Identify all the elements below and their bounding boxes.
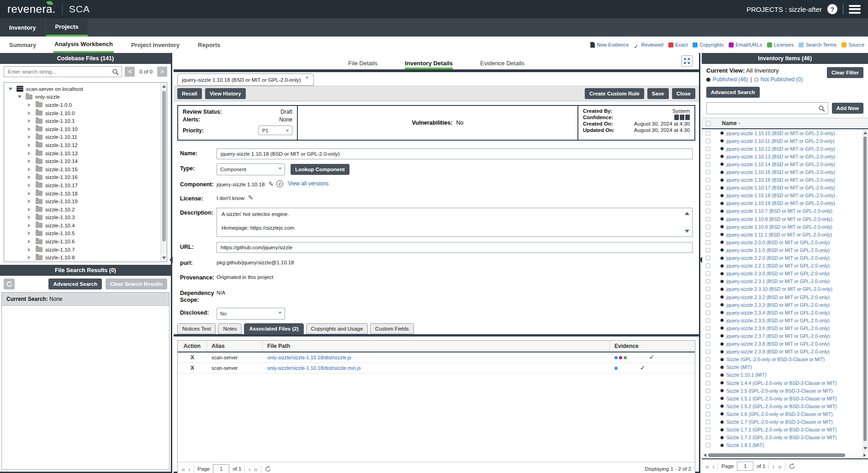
tree-node-folder[interactable]: sizzle-1.0.0 xyxy=(6,101,159,109)
row-checkbox[interactable] xyxy=(706,357,710,362)
list-item[interactable]: jquery-sizzle 2.3.4 (BSD or MIT or GPL-2… xyxy=(702,309,862,316)
list-item[interactable]: jquery-sizzle 1.10.11 (BSD or MIT or GPL… xyxy=(702,137,862,145)
column-file-path[interactable]: File Path xyxy=(263,341,610,352)
row-checkbox[interactable] xyxy=(706,373,710,377)
sort-asc-icon[interactable]: ↑ xyxy=(738,121,741,126)
row-checkbox[interactable] xyxy=(706,295,710,300)
next-page-icon[interactable]: › xyxy=(772,463,774,470)
row-checkbox[interactable] xyxy=(706,131,710,136)
row-checkbox[interactable] xyxy=(706,139,710,143)
row-checkbox[interactable] xyxy=(706,342,710,346)
inventory-item-link[interactable]: jquery-sizzle 2.2.1 (BSD or MIT or GPL-2… xyxy=(726,263,830,268)
expand-arrow-icon[interactable] xyxy=(28,248,33,252)
list-item[interactable]: jquery-sizzle 1.10.18 (BSD or MIT or GPL… xyxy=(702,192,862,200)
page-input[interactable] xyxy=(737,462,753,471)
edit-license-icon[interactable]: ✎ xyxy=(248,194,254,201)
tab-custom-fields[interactable]: Custom Fields xyxy=(370,323,414,334)
row-checkbox[interactable] xyxy=(706,201,710,205)
list-item[interactable]: jquery-sizzle 2.1.0 (BSD or MIT or GPL-2… xyxy=(702,246,862,254)
scroll-up-icon[interactable] xyxy=(162,85,166,88)
expand-arrow-icon[interactable] xyxy=(28,200,33,203)
inventory-item-link[interactable]: jquery-sizzle 2.3.8 (BSD or MIT or GPL-2… xyxy=(726,341,830,347)
select-all-checkbox[interactable] xyxy=(706,121,711,126)
inventory-item-link[interactable]: jquery-sizzle 1.11.1 (BSD or MIT or GPL-… xyxy=(726,232,832,237)
hamburger-menu-icon[interactable] xyxy=(849,5,861,14)
close-button[interactable]: Close xyxy=(672,88,695,99)
page-input[interactable] xyxy=(213,464,229,473)
scroll-down-icon[interactable] xyxy=(863,447,867,450)
expand-arrow-icon[interactable] xyxy=(28,240,33,243)
refresh-button[interactable] xyxy=(4,279,15,289)
row-checkbox[interactable] xyxy=(706,193,710,198)
inventory-item-link[interactable]: Sizzle (MIT) xyxy=(726,364,752,370)
url-input[interactable] xyxy=(217,242,693,253)
row-checkbox[interactable] xyxy=(706,271,710,276)
inventory-item-link[interactable]: jquery-sizzle 1.10.19 (BSD or MIT or GPL… xyxy=(726,200,835,206)
inventory-item-link[interactable]: jquery-sizzle 1.10.18 (BSD or MIT or GPL… xyxy=(726,193,835,198)
expand-arrow-icon[interactable] xyxy=(28,256,33,259)
tree-node-folder[interactable]: sizzle-1.10.6 xyxy=(6,237,159,246)
column-evidence[interactable]: Evidence xyxy=(610,341,695,352)
list-item[interactable]: Sizzle 1.10.1 (MIT) xyxy=(702,371,862,379)
list-item[interactable]: jquery-sizzle 2.2.1 (BSD or MIT or GPL-2… xyxy=(702,262,862,270)
refresh-icon[interactable] xyxy=(265,466,271,473)
list-item[interactable]: jquery-sizzle 1.10.19 (BSD or MIT or GPL… xyxy=(702,200,862,207)
row-checkbox[interactable] xyxy=(706,389,710,393)
inventory-hscrollbar[interactable] xyxy=(702,452,868,458)
row-checkbox[interactable] xyxy=(706,178,710,182)
list-item[interactable]: jquery-sizzle 1.10.8 (BSD or MIT or GPL-… xyxy=(702,215,862,223)
tab-reports[interactable]: Reports xyxy=(197,37,221,53)
row-checkbox[interactable] xyxy=(706,185,710,190)
expand-arrow-icon[interactable] xyxy=(28,159,33,163)
list-item[interactable]: Sizzle 1.5.2 (GPL-2.0-only or BSD-3-Clau… xyxy=(702,402,862,410)
scroll-down-icon[interactable] xyxy=(162,257,166,259)
list-item[interactable]: jquery-sizzle 2.3.0 (BSD or MIT or GPL-2… xyxy=(702,270,862,278)
collapse-arrow-icon[interactable] xyxy=(18,95,23,98)
tree-node-folder[interactable]: sizzle-1.10.16 xyxy=(6,173,159,182)
inventory-item-link[interactable]: Sizzle 1.6 (GPL-2.0-only or BSD-3-Clause… xyxy=(726,411,833,417)
inventory-item-link[interactable]: jquery-sizzle 2.3.3 (BSD or MIT or GPL-2… xyxy=(726,302,830,308)
row-checkbox[interactable] xyxy=(706,365,710,369)
inventory-item-link[interactable]: jquery-sizzle 1.10.14 (BSD or MIT or GPL… xyxy=(726,162,835,167)
list-item[interactable]: jquery-sizzle 2.3.6 (BSD or MIT or GPL-2… xyxy=(702,324,862,332)
expand-arrow-icon[interactable] xyxy=(28,215,33,219)
list-item[interactable]: Sizzle 1.5 (GPL-2.0-only or BSD-3-Clause… xyxy=(702,387,862,394)
scroll-up-icon[interactable] xyxy=(685,212,689,215)
inventory-advanced-search-button[interactable]: Advanced Search xyxy=(706,87,760,98)
list-item[interactable]: jquery-sizzle 2.3.1 (BSD or MIT or GPL-2… xyxy=(702,278,862,285)
row-checkbox[interactable] xyxy=(706,279,710,284)
inventory-item-link[interactable]: jquery-sizzle 2.3.6 (BSD or MIT or GPL-2… xyxy=(726,326,830,331)
list-item[interactable]: jquery-sizzle 2.3.8 (BSD or MIT or GPL-2… xyxy=(702,340,862,348)
row-checkbox[interactable] xyxy=(706,217,710,221)
remove-file-icon[interactable]: X xyxy=(178,365,207,371)
priority-select[interactable]: P1 xyxy=(259,126,292,135)
expand-arrow-icon[interactable] xyxy=(28,119,33,123)
list-item[interactable]: Sizzle (GPL-2.0-only or BSD-3-Clause or … xyxy=(702,356,862,363)
tree-node-folder[interactable]: sizzle-1.10.7 xyxy=(6,246,159,254)
add-new-button[interactable]: Add New xyxy=(832,103,863,114)
scroll-up-icon[interactable] xyxy=(863,131,867,134)
file-path-link[interactable]: only-sizzle/sizzle-1.10.18/dist/sizzle.m… xyxy=(267,365,361,371)
expand-arrow-icon[interactable] xyxy=(28,224,33,227)
list-item[interactable]: Sizzle 1.8.1 (MIT) xyxy=(702,441,862,449)
row-checkbox[interactable] xyxy=(706,162,710,167)
list-item[interactable]: Sizzle 1.7 (GPL-2.0-only or BSD-3-Clause… xyxy=(702,418,862,426)
tree-node-scan-server[interactable]: scan-server on localhost xyxy=(6,85,159,93)
expand-arrow-icon[interactable] xyxy=(28,143,33,147)
search-prev-button[interactable]: < xyxy=(125,67,135,77)
collapse-right-panel-icon[interactable] xyxy=(699,257,702,263)
row-checkbox[interactable] xyxy=(706,420,710,424)
row-checkbox[interactable] xyxy=(706,412,710,416)
column-name[interactable]: Name xyxy=(722,120,737,126)
view-all-versions-link[interactable]: View all versions xyxy=(288,180,328,187)
tab-file-details[interactable]: File Details xyxy=(348,60,377,69)
inventory-item-link[interactable]: Sizzle 1.5 (GPL-2.0-only or BSD-3-Clause… xyxy=(726,388,833,394)
row-checkbox[interactable] xyxy=(706,209,710,213)
inventory-item-link[interactable]: jquery-sizzle 2.3.7 (BSD or MIT or GPL-2… xyxy=(726,333,830,339)
list-item[interactable]: Sizzle 1.7.2 (GPL-2.0-only or BSD-3-Clau… xyxy=(702,434,862,441)
inventory-item-link[interactable]: jquery-sizzle 2.3.9 (BSD or MIT or GPL-2… xyxy=(726,349,830,354)
codebase-search-input[interactable] xyxy=(4,67,122,77)
inventory-item-link[interactable]: jquery-sizzle 2.2.0 (BSD or MIT or GPL-2… xyxy=(726,255,830,261)
row-checkbox[interactable] xyxy=(706,404,710,409)
inventory-item-link[interactable]: jquery-sizzle 1.10.12 (BSD or MIT or GPL… xyxy=(726,146,835,152)
